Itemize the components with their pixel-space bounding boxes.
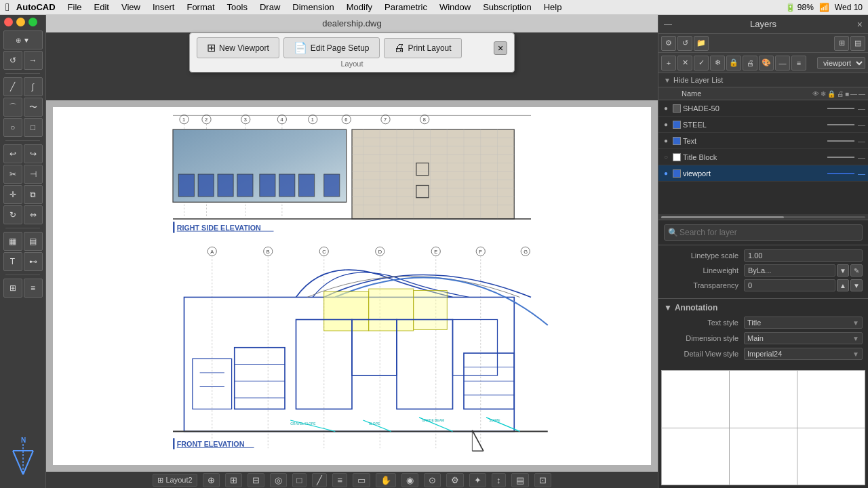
line-tool[interactable]: ╱ [3, 77, 22, 96]
layer-print-btn[interactable]: 🖨 [743, 56, 757, 70]
toolbar-toggle[interactable]: ▤ [511, 473, 529, 487]
layer-visibility-steel[interactable]: ● [661, 120, 671, 129]
layer-visibility-titleblock[interactable]: ○ [661, 152, 671, 162]
menu-dimension[interactable]: Dimension [287, 1, 339, 14]
drawing-area[interactable]: 1 2 3 4 1 6 7 8 [46, 100, 658, 472]
transparency-up-btn[interactable]: ▲ [837, 279, 849, 291]
layer-visibility-viewport[interactable]: ● [661, 169, 671, 178]
curve-tool[interactable]: ∫ [24, 77, 43, 96]
menu-insert[interactable]: Insert [147, 1, 180, 14]
layer-color-btn[interactable]: 🎨 [759, 56, 774, 70]
hatch-tool[interactable]: ▦ [3, 232, 22, 251]
minimize-window-button[interactable] [16, 18, 25, 26]
close-window-button[interactable] [4, 18, 13, 26]
dim-tool[interactable]: ⊷ [24, 252, 43, 271]
workspace-button[interactable]: ⚙ [446, 473, 464, 487]
panel-close-icon[interactable]: × [857, 19, 863, 30]
osnap-button[interactable]: □ [292, 473, 307, 487]
mirror-tool[interactable]: ⇔ [24, 205, 43, 224]
layer-delete-btn[interactable]: ✕ [677, 56, 692, 70]
trim-tool[interactable]: ✂ [3, 165, 22, 184]
transparency-button[interactable]: ▭ [353, 473, 370, 487]
orbit-tool[interactable]: ↺ [3, 51, 22, 70]
menu-tools[interactable]: Tools [222, 1, 253, 14]
new-tool-button[interactable]: ⊕ ▼ [3, 30, 43, 49]
text-tool[interactable]: T [3, 252, 22, 271]
layout-toolbar-close[interactable]: × [494, 41, 507, 55]
hide-layer-section[interactable]: ▼ Hide Layer List [658, 73, 868, 87]
menu-edit[interactable]: Edit [89, 1, 115, 14]
ortho-button[interactable]: ⊟ [248, 473, 264, 487]
extend-tool[interactable]: ⊣ [24, 165, 43, 184]
rotate-tool[interactable]: ↻ [3, 205, 22, 224]
svg-line-0 [13, 451, 23, 474]
menu-window[interactable]: Window [434, 1, 476, 14]
menu-view[interactable]: View [116, 1, 146, 14]
fullscreen-button[interactable]: ⊡ [534, 473, 551, 487]
polar-button[interactable]: ◎ [270, 473, 287, 487]
menu-draw[interactable]: Draw [254, 1, 285, 14]
layer-visibility-shade[interactable]: ● [661, 104, 671, 113]
menu-parametric[interactable]: Parametric [379, 1, 433, 14]
grid-button[interactable]: ⊞ [225, 473, 242, 487]
new-viewport-button[interactable]: ⊞ New Viewport [197, 37, 279, 58]
layer-lock-btn[interactable]: 🔒 [726, 56, 741, 70]
dimension-style-dropdown[interactable]: Main ▼ [744, 332, 863, 344]
menu-modify[interactable]: Modify [341, 1, 378, 14]
lineweight-edit-btn[interactable]: ✎ [850, 264, 863, 277]
selection-button[interactable]: ✋ [376, 473, 396, 487]
layer-dropdown[interactable]: viewport [817, 57, 865, 69]
redo-tool[interactable]: ↪ [24, 144, 43, 163]
undo-tool[interactable]: ↩ [3, 144, 22, 163]
annotation-header[interactable]: ▼ Annotation [664, 303, 863, 312]
move-tool[interactable]: ✛ [3, 185, 22, 204]
isolate-button[interactable]: ✦ [469, 473, 486, 487]
layer-row-titleblock[interactable]: ○ Title Block — [658, 149, 868, 165]
otrack-button[interactable]: ╱ [312, 473, 327, 487]
print-layout-button[interactable]: 🖨 Print Layout [384, 38, 462, 58]
menu-help[interactable]: Help [538, 1, 568, 14]
layer-row-text[interactable]: ● Text — [658, 133, 868, 149]
properties-button[interactable]: ↕ [492, 473, 506, 487]
snap-button[interactable]: ⊕ [203, 473, 220, 487]
layer-freeze-btn[interactable]: ❄ [710, 56, 725, 70]
prop-tool[interactable]: ≡ [24, 279, 43, 298]
text-style-dropdown[interactable]: Title ▼ [744, 317, 863, 329]
layer-expand-btn[interactable]: ▤ [850, 36, 865, 51]
layer-refresh-btn[interactable]: ↺ [677, 36, 692, 51]
copy-tool[interactable]: ⧉ [24, 185, 43, 204]
spline-tool[interactable]: 〜 [24, 98, 43, 117]
layout-tab[interactable]: ⊞ Layout2 [153, 474, 197, 487]
lineweight-dropdown-btn[interactable]: ▼ [837, 264, 849, 277]
arc-tool[interactable]: ⌒ [3, 98, 22, 117]
annotation-button[interactable]: ⊙ [424, 473, 441, 487]
menu-file[interactable]: File [62, 1, 87, 14]
layer-view-btn[interactable]: ⊞ [834, 36, 849, 51]
layer-search-input[interactable] [664, 224, 863, 241]
model-button[interactable]: ◉ [401, 473, 418, 487]
gradient-tool[interactable]: ▤ [24, 232, 43, 251]
layer-current-btn[interactable]: ✓ [694, 56, 709, 70]
layer-visibility-text[interactable]: ● [661, 136, 671, 146]
layer-row-viewport[interactable]: ● viewport — [658, 165, 868, 182]
layer-row-steel[interactable]: ● STEEL — [658, 117, 868, 133]
circle-tool[interactable]: ○ [3, 118, 22, 137]
layer-settings-btn[interactable]: ⚙ [661, 36, 676, 51]
menu-subscription[interactable]: Subscription [477, 1, 537, 14]
layer-new-btn[interactable]: + [661, 56, 676, 70]
layer-folder-btn[interactable]: 📁 [694, 36, 709, 51]
layer-lineweight-btn[interactable]: ≡ [791, 56, 806, 70]
transparency-down-btn[interactable]: ▼ [850, 279, 863, 291]
apple-menu[interactable]:  [5, 1, 9, 14]
lineweight-button[interactable]: ≡ [332, 473, 347, 487]
menu-format[interactable]: Format [181, 1, 220, 14]
panel-resize-icon[interactable]: — [664, 20, 672, 29]
detail-view-dropdown[interactable]: Imperial24 ▼ [744, 348, 863, 360]
edit-page-setup-button[interactable]: 📄 Edit Page Setup [283, 37, 380, 58]
rect-tool[interactable]: □ [24, 118, 43, 137]
pan-tool[interactable]: → [24, 51, 43, 70]
layer-tool[interactable]: ⊞ [3, 279, 22, 298]
layer-linetype-btn[interactable]: — [775, 56, 790, 70]
maximize-window-button[interactable] [28, 18, 37, 26]
layer-row-shade[interactable]: ● SHADE-50 — [658, 100, 868, 117]
